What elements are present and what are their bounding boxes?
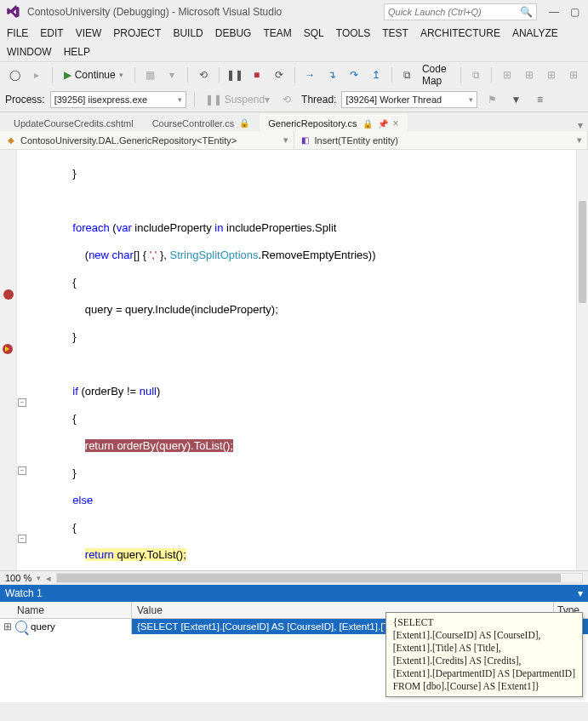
maximize-button[interactable]: ▢ — [564, 3, 585, 20]
step-over-button[interactable]: ↷ — [345, 66, 363, 84]
code-line: } — [36, 167, 588, 180]
tb-icon[interactable]: ⟲ — [194, 66, 213, 84]
scroll-left-icon[interactable]: ◂ — [46, 573, 51, 584]
menu-edit[interactable]: EDIT — [40, 27, 63, 39]
show-next-stmt-button[interactable]: → — [300, 66, 319, 84]
menu-tools[interactable]: TOOLS — [336, 27, 370, 39]
codemap-icon[interactable]: ⧉ — [398, 66, 417, 84]
expand-icon[interactable]: ⊞ — [3, 621, 12, 632]
separator — [294, 67, 295, 83]
debug-toolbar: Process: [39256] iisexpress.exe▾ ❚❚ Susp… — [0, 87, 588, 112]
code-line: if (orderBy != null) — [36, 385, 588, 398]
class-icon: ◆ — [5, 134, 17, 146]
scroll-thumb[interactable] — [579, 201, 586, 303]
codemap-label[interactable]: Code Map — [420, 63, 454, 87]
thread-combo[interactable]: [39264] Worker Thread▾ — [341, 91, 477, 108]
type-nav-label: ContosoUniversity.DAL.GenericRepository<… — [20, 135, 237, 146]
code-line: foreach (var includeProperty in includeP… — [36, 221, 588, 235]
vertical-scrollbar[interactable] — [576, 150, 588, 570]
separator — [491, 67, 492, 83]
pin-icon[interactable]: 📌 — [378, 119, 388, 129]
tab-updatecoursecredits[interactable]: UpdateCourseCredits.cshtml — [5, 114, 142, 131]
editor-footer: 100 % ▾ ◂ — [0, 570, 588, 585]
separator — [194, 92, 195, 107]
method-icon: ◧ — [300, 134, 311, 146]
stop-button[interactable]: ■ — [248, 66, 266, 84]
filter-icon[interactable]: ▼ — [506, 90, 525, 109]
menu-test[interactable]: TEST — [382, 27, 408, 39]
dropdown-icon: ▾ — [577, 134, 582, 146]
fold-button[interactable]: − — [18, 398, 26, 407]
watch-header[interactable]: Watch 1 ▾ — [0, 585, 588, 602]
tb-icon[interactable]: ⊞ — [498, 66, 517, 84]
menu-analyze[interactable]: ANALYZE — [512, 27, 558, 39]
tb-icon[interactable]: ⧉ — [466, 66, 485, 84]
panel-menu-icon[interactable]: ▾ — [578, 587, 583, 599]
menu-window[interactable]: WINDOW — [7, 46, 52, 58]
pause-button[interactable]: ❚❚ — [225, 66, 244, 84]
quick-launch[interactable]: 🔍 — [384, 3, 537, 20]
visualizer-icon[interactable] — [15, 621, 27, 632]
dropdown-icon: ▾ — [119, 71, 123, 79]
tb-icon[interactable]: ⊞ — [520, 66, 539, 84]
restart-button[interactable]: ⟳ — [270, 66, 288, 84]
zoom-level[interactable]: 100 % — [5, 573, 31, 583]
menu-view[interactable]: VIEW — [76, 27, 102, 39]
breakpoint-gutter[interactable] — [0, 150, 17, 570]
breakpoint-icon[interactable] — [3, 289, 14, 300]
tab-coursecontroller[interactable]: CourseController.cs🔒 — [144, 114, 259, 131]
col-header-name[interactable]: Name — [0, 602, 132, 618]
current-statement-icon[interactable] — [3, 344, 13, 354]
flag-icon[interactable]: ⚑ — [482, 90, 501, 109]
step-into-button[interactable]: ↴ — [323, 66, 341, 84]
menu-help[interactable]: HELP — [64, 46, 90, 58]
cycle-icon[interactable]: ⟲ — [277, 90, 296, 109]
code-area[interactable]: } foreach (var includeProperty in includ… — [29, 150, 588, 570]
nav-back-button[interactable]: ◯ — [5, 66, 24, 84]
code-line — [36, 358, 588, 371]
menu-architecture[interactable]: ARCHITECTURE — [420, 27, 500, 39]
code-editor[interactable]: − − − } foreach (var includeProperty in … — [0, 150, 588, 570]
tb-icon[interactable]: ⊞ — [542, 66, 561, 84]
code-line: { — [36, 276, 588, 289]
menu-debug[interactable]: DEBUG — [215, 27, 252, 39]
separator — [134, 67, 135, 83]
suspend-button[interactable]: ❚❚ Suspend ▾ — [203, 90, 272, 109]
fold-button[interactable]: − — [18, 466, 26, 475]
code-line: } — [36, 466, 588, 480]
stack-icon[interactable]: ≡ — [530, 90, 549, 109]
member-nav-combo[interactable]: ◧ Insert(TEntity entity) ▾ — [294, 131, 589, 149]
menu-build[interactable]: BUILD — [173, 27, 203, 39]
scroll-thumb[interactable] — [57, 574, 561, 582]
horizontal-scrollbar[interactable] — [56, 573, 583, 583]
tb-icon[interactable]: ⊞ — [564, 66, 583, 84]
menu-sql[interactable]: SQL — [304, 27, 324, 39]
menu-project[interactable]: PROJECT — [113, 27, 161, 39]
separator — [219, 67, 220, 83]
menu-team[interactable]: TEAM — [263, 27, 291, 39]
minimize-button[interactable]: — — [544, 3, 564, 20]
continue-button[interactable]: ▶ Continue ▾ — [59, 66, 128, 84]
code-line: } — [36, 330, 588, 344]
tab-overflow-button[interactable]: ▾ — [578, 119, 583, 131]
tab-label: CourseController.cs — [152, 118, 235, 129]
editor-tabs: UpdateCourseCredits.cshtml CourseControl… — [0, 112, 588, 131]
watch-name: query — [31, 621, 55, 632]
process-combo[interactable]: [39256] iisexpress.exe▾ — [50, 91, 186, 108]
fold-gutter[interactable]: − − − — [17, 150, 29, 570]
play-icon: ▶ — [64, 69, 71, 81]
quick-launch-input[interactable] — [388, 7, 520, 17]
step-out-button[interactable]: ↥ — [367, 66, 385, 84]
nav-fwd-button[interactable]: ▸ — [27, 66, 46, 84]
code-line: (new char[] { ',' }, StringSplitOptions.… — [36, 249, 588, 262]
fold-button[interactable]: − — [18, 535, 26, 543]
tb-icon[interactable]: ▦ — [140, 66, 159, 84]
vs-logo-icon — [3, 3, 22, 21]
tab-genericrepository[interactable]: GenericRepository.cs 🔒 📌 × — [260, 114, 407, 131]
close-icon[interactable]: × — [393, 117, 399, 129]
tb-icon[interactable]: ▾ — [163, 66, 181, 84]
tab-label: GenericRepository.cs — [268, 118, 357, 129]
menu-file[interactable]: FILE — [7, 27, 28, 39]
dropdown-icon[interactable]: ▾ — [37, 574, 41, 582]
type-nav-combo[interactable]: ◆ ContosoUniversity.DAL.GenericRepositor… — [0, 131, 294, 149]
